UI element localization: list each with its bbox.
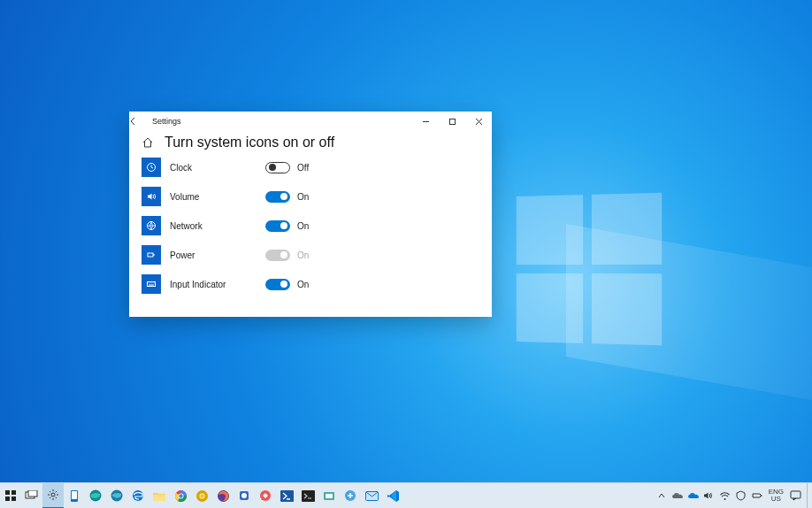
clock-icon — [142, 158, 161, 177]
network-icon — [142, 216, 161, 235]
windows-logo — [517, 193, 662, 345]
svg-point-8 — [149, 283, 149, 284]
app-icon-generic-4[interactable] — [340, 483, 361, 509]
svg-rect-13 — [11, 490, 16, 495]
app-icon-generic-1[interactable] — [234, 483, 255, 509]
svg-rect-12 — [5, 490, 10, 495]
edge-dev-icon[interactable] — [106, 483, 127, 509]
window-title: Settings — [149, 117, 412, 126]
taskbar: ENG US — [0, 482, 812, 508]
svg-rect-38 — [326, 494, 333, 498]
svg-rect-4 — [148, 253, 153, 257]
toggle-volume[interactable] — [265, 191, 290, 203]
toggle-clock[interactable] — [265, 162, 290, 173]
power-icon — [142, 245, 161, 265]
tray-expand-icon[interactable] — [654, 483, 670, 509]
keyboard-icon — [142, 274, 161, 294]
svg-point-33 — [241, 493, 247, 498]
option-label: Clock — [170, 163, 265, 173]
desktop: Settings Turn system icons on or off — [0, 0, 812, 508]
close-button[interactable] — [465, 112, 492, 131]
back-button[interactable] — [129, 117, 149, 126]
toggle-state: Off — [297, 163, 309, 173]
action-center-icon[interactable] — [787, 483, 803, 509]
settings-window: Settings Turn system icons on or off — [129, 112, 492, 317]
volume-icon — [142, 187, 161, 206]
option-row-volume: Volume On — [142, 187, 479, 206]
app-icon-generic-2[interactable] — [255, 483, 276, 509]
svg-rect-43 — [791, 491, 801, 498]
titlebar: Settings — [129, 112, 492, 131]
option-row-clock: Clock Off — [142, 158, 479, 177]
firefox-icon[interactable] — [212, 483, 234, 509]
onedrive-icon[interactable] — [670, 483, 686, 509]
option-label: Network — [170, 221, 265, 231]
language-indicator[interactable]: ENG US — [765, 489, 787, 503]
chrome-canary-icon[interactable] — [191, 483, 212, 509]
svg-rect-20 — [72, 491, 77, 499]
page-header: Turn system icons on or off — [129, 131, 492, 158]
tray-volume-icon[interactable] — [701, 483, 717, 509]
tray-power-icon[interactable] — [749, 483, 765, 509]
svg-point-27 — [179, 494, 182, 497]
svg-point-10 — [152, 283, 153, 284]
svg-rect-14 — [5, 496, 10, 501]
svg-point-41 — [724, 498, 726, 500]
option-label: Volume — [170, 192, 265, 202]
home-icon[interactable] — [142, 136, 154, 149]
svg-rect-5 — [153, 254, 154, 256]
phone-icon[interactable] — [64, 483, 85, 509]
svg-rect-24 — [153, 495, 165, 501]
settings-taskbar-icon[interactable] — [42, 483, 64, 509]
option-label: Input Indicator — [170, 280, 265, 289]
vscode-icon[interactable] — [382, 483, 403, 509]
show-desktop-button[interactable] — [807, 483, 810, 509]
onedrive-sync-icon[interactable] — [686, 483, 701, 509]
minimize-button[interactable] — [412, 112, 439, 131]
svg-point-9 — [150, 283, 151, 284]
taskbar-right: ENG US — [654, 483, 812, 508]
options-list: Clock Off Volume On — [129, 158, 492, 303]
toggle-state: On — [297, 192, 309, 202]
lang-bot: US — [769, 496, 784, 503]
app-icon-generic-3[interactable] — [318, 483, 340, 509]
edge-icon[interactable] — [85, 483, 106, 509]
toggle-power — [265, 250, 290, 261]
tray-security-icon[interactable] — [733, 483, 749, 509]
option-row-network: Network On — [142, 216, 479, 235]
svg-rect-17 — [28, 490, 37, 496]
svg-point-30 — [200, 494, 203, 497]
light-ray — [566, 224, 812, 422]
start-button[interactable] — [0, 483, 21, 509]
maximize-button[interactable] — [439, 112, 465, 131]
toggle-state: On — [297, 250, 309, 260]
svg-rect-36 — [302, 490, 315, 502]
svg-rect-42 — [761, 495, 762, 496]
svg-rect-6 — [148, 282, 156, 287]
option-row-power: Power On — [142, 245, 479, 265]
chrome-icon[interactable] — [170, 483, 191, 509]
toggle-state: On — [297, 221, 309, 231]
svg-rect-15 — [11, 496, 16, 501]
svg-point-18 — [51, 493, 55, 496]
terminal-icon[interactable] — [297, 483, 318, 509]
svg-point-11 — [154, 283, 155, 284]
mail-icon[interactable] — [361, 483, 382, 509]
toggle-state: On — [297, 280, 309, 289]
powershell-icon[interactable] — [276, 483, 297, 509]
tray-network-icon[interactable] — [717, 483, 733, 509]
edge-legacy-icon[interactable] — [127, 483, 149, 509]
explorer-icon[interactable] — [149, 483, 170, 509]
toggle-network[interactable] — [265, 220, 290, 232]
toggle-input-indicator[interactable] — [265, 279, 290, 290]
option-label: Power — [170, 250, 265, 260]
svg-rect-1 — [449, 119, 455, 124]
page-title: Turn system icons on or off — [165, 135, 334, 150]
taskbar-left — [0, 483, 403, 508]
option-row-input-indicator: Input Indicator On — [142, 274, 479, 294]
task-view-icon[interactable] — [21, 483, 42, 509]
